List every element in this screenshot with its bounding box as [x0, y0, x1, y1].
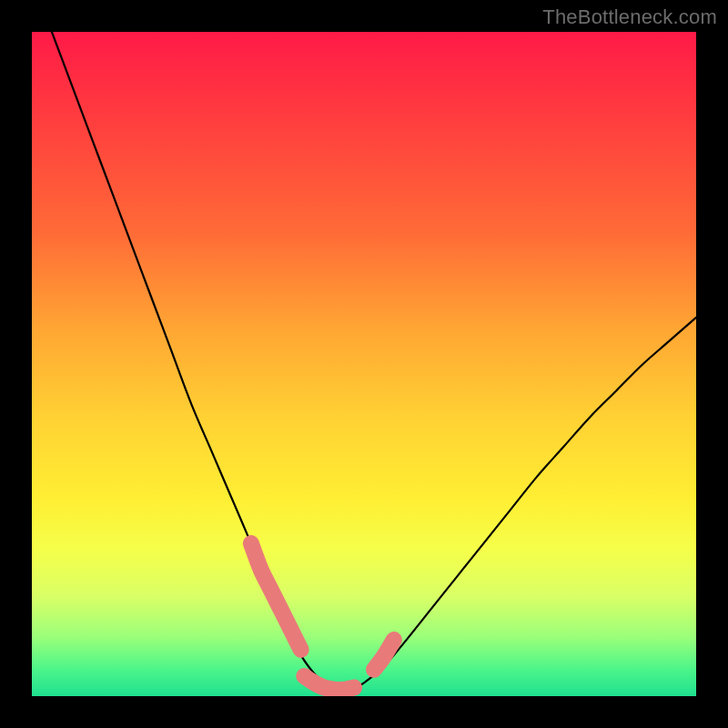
marker-track-bottom	[304, 676, 354, 690]
curve-svg	[32, 32, 696, 696]
plot-area	[32, 32, 696, 696]
chart-frame: TheBottleneck.com	[0, 0, 728, 728]
watermark-text: TheBottleneck.com	[542, 5, 717, 29]
marker-track-right	[374, 640, 394, 670]
bottleneck-curve	[32, 32, 696, 691]
marker-track-left	[251, 543, 301, 650]
